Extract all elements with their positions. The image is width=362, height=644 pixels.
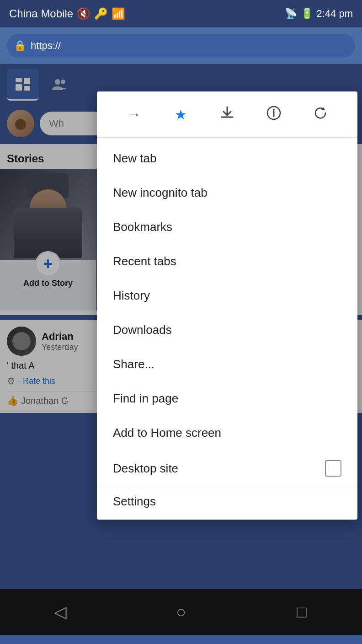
menu-item-settings[interactable]: Settings — [97, 487, 357, 516]
key-icon: 🔑 — [94, 7, 108, 20]
recent-tabs-label: Recent tabs — [113, 254, 176, 268]
menu-item-share[interactable]: Share... — [97, 347, 357, 381]
incognito-label: New incognito tab — [113, 186, 208, 200]
reload-icon — [313, 105, 328, 124]
signal-icon: 📡 — [285, 8, 297, 20]
download-icon — [219, 105, 235, 124]
info-button[interactable] — [260, 101, 287, 128]
desktop-site-checkbox[interactable] — [325, 460, 341, 477]
context-menu: → ★ — [97, 91, 357, 520]
menu-item-recent-tabs[interactable]: Recent tabs — [97, 244, 357, 279]
forward-button[interactable]: → — [120, 101, 148, 128]
battery-icon: 🔋 — [301, 8, 313, 20]
carrier-text: China Mobile — [9, 7, 73, 20]
menu-item-incognito[interactable]: New incognito tab — [97, 176, 357, 210]
menu-item-new-tab[interactable]: New tab — [97, 141, 357, 176]
reload-button[interactable] — [307, 101, 334, 128]
wifi-icon: 📶 — [112, 7, 125, 20]
lock-icon: 🔒 — [14, 40, 26, 52]
forward-icon: → — [127, 107, 141, 122]
bookmark-button[interactable]: ★ — [167, 101, 194, 128]
time-text: 2:44 pm — [317, 8, 353, 20]
menu-item-bookmarks[interactable]: Bookmarks — [97, 210, 357, 244]
url-bar[interactable]: 🔒 https:// — [7, 34, 355, 58]
menu-item-history[interactable]: History — [97, 279, 357, 313]
menu-item-add-home[interactable]: Add to Home screen — [97, 416, 357, 450]
svg-point-7 — [273, 109, 275, 111]
settings-label: Settings — [113, 494, 156, 508]
menu-item-find[interactable]: Find in page — [97, 381, 357, 416]
menu-item-desktop-site[interactable]: Desktop site — [97, 450, 357, 487]
bookmark-star-icon: ★ — [175, 107, 187, 123]
menu-items-list: New tab New incognito tab Bookmarks Rece… — [97, 138, 357, 520]
download-button[interactable] — [213, 101, 241, 128]
menu-toolbar: → ★ — [97, 91, 357, 138]
info-icon — [266, 105, 282, 124]
desktop-site-label: Desktop site — [113, 462, 178, 476]
find-in-page-label: Find in page — [113, 392, 178, 406]
new-tab-label: New tab — [113, 151, 156, 166]
url-text: https:// — [31, 40, 61, 52]
status-right: 📡 🔋 2:44 pm — [285, 8, 353, 20]
mute-icon: 🔇 — [77, 7, 90, 20]
downloads-label: Downloads — [113, 323, 172, 337]
status-left: China Mobile 🔇 🔑 📶 — [9, 7, 125, 20]
share-label: Share... — [113, 357, 154, 371]
bookmarks-label: Bookmarks — [113, 220, 172, 234]
add-home-label: Add to Home screen — [113, 426, 221, 440]
browser-bar: 🔒 https:// — [0, 27, 362, 64]
status-bar: China Mobile 🔇 🔑 📶 📡 🔋 2:44 pm — [0, 0, 362, 27]
history-label: History — [113, 289, 150, 303]
menu-item-downloads[interactable]: Downloads — [97, 313, 357, 347]
